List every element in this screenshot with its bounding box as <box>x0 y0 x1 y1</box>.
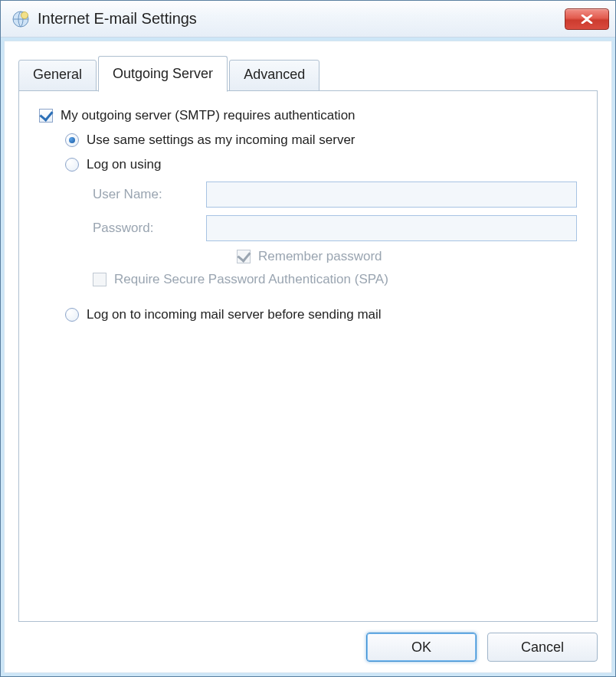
row-require-spa: Require Secure Password Authentication (… <box>93 272 577 287</box>
label-remember-password: Remember password <box>258 249 382 264</box>
button-bar: OK Cancel <box>18 622 598 662</box>
app-icon <box>11 10 30 28</box>
tab-advanced[interactable]: Advanced <box>229 60 319 91</box>
window-title: Internet E-mail Settings <box>38 10 565 28</box>
ok-button[interactable]: OK <box>366 633 477 662</box>
cancel-button[interactable]: Cancel <box>487 633 598 662</box>
close-button[interactable] <box>565 8 609 30</box>
label-use-same-settings: Use same settings as my incoming mail se… <box>87 132 356 148</box>
dialog-window: Internet E-mail Settings General Outgoin… <box>0 0 616 677</box>
input-user-name[interactable] <box>206 182 577 208</box>
radio-use-same-settings[interactable] <box>65 133 79 147</box>
row-log-on-using: Log on using <box>65 157 577 172</box>
svg-point-1 <box>21 11 28 18</box>
checkbox-remember-password[interactable] <box>237 250 251 263</box>
label-password: Password: <box>93 221 206 236</box>
label-log-on-incoming: Log on to incoming mail server before se… <box>87 307 382 322</box>
tabstrip: General Outgoing Server Advanced <box>18 55 598 91</box>
row-remember-password: Remember password <box>237 249 577 264</box>
input-password[interactable] <box>206 215 577 241</box>
row-use-same: Use same settings as my incoming mail se… <box>65 132 577 148</box>
row-log-on-incoming: Log on to incoming mail server before se… <box>65 307 577 322</box>
radio-log-on-incoming[interactable] <box>65 308 79 322</box>
radio-log-on-using[interactable] <box>65 158 79 172</box>
row-user-name: User Name: <box>93 182 577 208</box>
tabpanel-outgoing-server: My outgoing server (SMTP) requires authe… <box>18 90 598 622</box>
checkbox-requires-auth[interactable] <box>39 109 53 123</box>
label-user-name: User Name: <box>93 187 206 202</box>
checkbox-require-spa[interactable] <box>93 273 106 286</box>
dialog-inner: General Outgoing Server Advanced My outg… <box>4 41 612 673</box>
row-requires-auth: My outgoing server (SMTP) requires authe… <box>39 108 577 123</box>
label-requires-auth: My outgoing server (SMTP) requires authe… <box>61 108 356 123</box>
tab-general[interactable]: General <box>18 60 97 91</box>
label-log-on-using: Log on using <box>87 157 161 172</box>
label-require-spa: Require Secure Password Authentication (… <box>114 272 388 287</box>
close-icon <box>580 15 594 24</box>
dialog-body: General Outgoing Server Advanced My outg… <box>1 38 615 676</box>
row-password: Password: <box>93 215 577 241</box>
tab-outgoing-server[interactable]: Outgoing Server <box>98 56 228 92</box>
title-bar: Internet E-mail Settings <box>1 1 615 38</box>
